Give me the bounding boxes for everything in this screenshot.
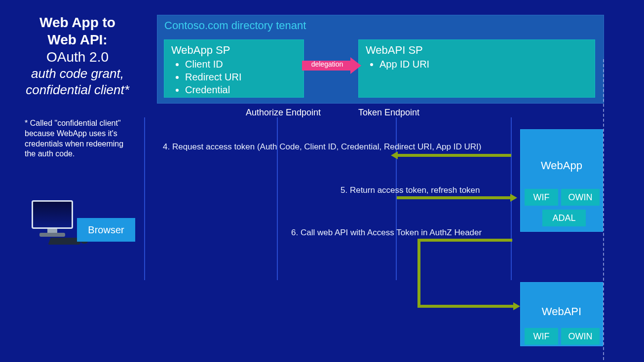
webapp-sp-title: WebApp SP [171,44,297,57]
title-line1: Web App to [11,14,144,31]
title-line2: Web API: [11,31,144,48]
authorize-endpoint-label: Authorize Endpoint [246,108,321,118]
step-5-text: 5. Return access token, refresh token [341,185,480,195]
title-line4: auth code grant, [11,66,144,82]
webapp-box: WebApp WIF OWIN ADAL [520,129,603,232]
browser-label: Browser [88,224,124,236]
webapi-sp-box: WebAPI SP App ID URI [358,39,595,98]
step-6-text: 6. Call web API with Access Token in Aut… [291,228,482,238]
footnote-text: * Called "confidential client" because W… [25,118,128,159]
chip-wif: WIF [525,189,558,206]
browser-box: Browser [77,218,135,242]
title-line5: confidential client* [11,82,144,98]
lifeline-browser [144,117,145,280]
webapp-sp-item: Client ID [185,58,297,71]
webapi-box: WebAPI WIF OWIN [520,282,603,346]
step-4-text: 4. Request access token (Auth Code, Clie… [163,142,481,152]
webapp-label: WebApp [521,159,603,172]
webapp-sp-item: Credential [185,83,297,96]
webapi-sp-title: WebAPI SP [366,44,588,57]
delegation-label: delegation [304,60,350,68]
webapp-sp-box: WebApp SP Client ID Redirect URI Credent… [164,39,304,98]
token-endpoint-label: Token Endpoint [358,108,419,118]
dashed-connector [603,59,604,360]
title-block: Web App to Web API: OAuth 2.0 auth code … [11,14,144,98]
monitor-icon [28,200,82,245]
chip-adal: ADAL [542,210,586,226]
chip-wif: WIF [525,328,558,345]
webapi-sp-item: App ID URI [379,58,588,71]
webapi-label: WebAPI [521,305,603,318]
title-line3: OAuth 2.0 [11,48,144,66]
tenant-title: Contoso.com directory tenant [164,19,597,32]
chip-owin: OWIN [561,328,600,345]
webapp-sp-item: Redirect URI [185,71,297,83]
chip-owin: OWIN [561,189,600,206]
